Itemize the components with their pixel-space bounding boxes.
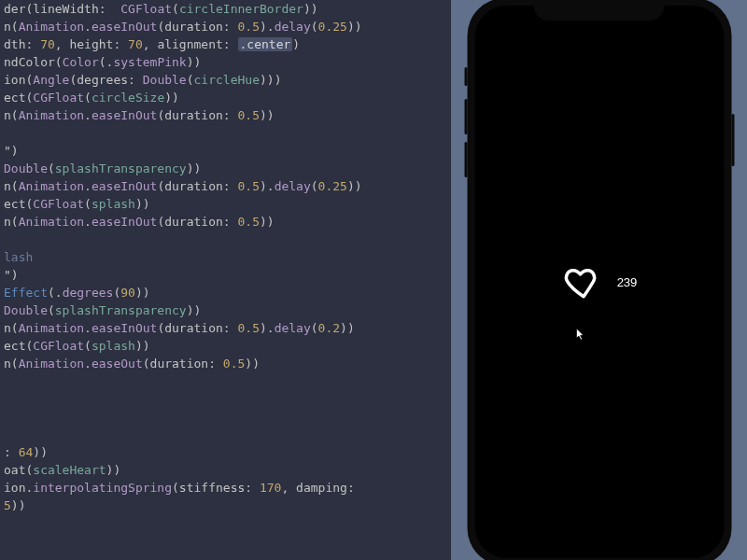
- code-token: .: [84, 179, 92, 193]
- code-line[interactable]: Double(splashTransparency)): [0, 301, 451, 319]
- code-token: )): [106, 463, 121, 477]
- code-line[interactable]: ion.interpolatingSpring(stiffness: 170, …: [0, 479, 451, 497]
- code-token: Double: [143, 73, 187, 87]
- code-token: 0.2: [318, 321, 340, 335]
- code-token: alignment: [157, 37, 222, 51]
- code-line[interactable]: Effect(.degrees(90)): [0, 284, 451, 301]
- code-token: CGFloat: [33, 197, 84, 211]
- code-token: ,: [281, 481, 296, 495]
- code-line[interactable]: "): [0, 266, 451, 284]
- code-line[interactable]: lash: [0, 248, 451, 266]
- code-token: delay: [275, 179, 311, 193]
- code-token: Angle: [33, 73, 69, 87]
- code-token: Animation: [19, 179, 84, 193]
- code-token: degrees: [77, 73, 128, 87]
- code-line[interactable]: oat(scaleHeart)): [0, 461, 451, 479]
- code-line[interactable]: n(Animation.easeInOut(duration: 0.5)): [0, 106, 451, 124]
- code-token: ,: [143, 37, 158, 51]
- code-token: (: [311, 20, 318, 34]
- code-token: )): [135, 286, 150, 300]
- code-token: splashTransparency: [55, 161, 187, 175]
- code-token: scaleHeart: [33, 463, 106, 477]
- like-count-label: 239: [617, 275, 638, 289]
- code-token: Animation: [19, 215, 84, 229]
- workspace: der(lineWidth: CGFloat(circleInnerBorder…: [0, 0, 747, 560]
- code-line[interactable]: der(lineWidth: CGFloat(circleInnerBorder…: [0, 0, 451, 18]
- code-line[interactable]: dth: 70, height: 70, alignment: .center): [0, 35, 451, 53]
- code-token: :: [223, 37, 238, 51]
- code-token: duration: [164, 108, 223, 122]
- code-token: easeInOut: [92, 215, 157, 229]
- iphone-device-frame: 239: [467, 0, 731, 560]
- code-line[interactable]: ndColor(Color(.systemPink)): [0, 53, 451, 71]
- code-token: 70: [128, 37, 143, 51]
- code-token: )): [135, 339, 150, 353]
- code-token: )): [347, 179, 362, 193]
- code-token: stiffness: [179, 481, 245, 495]
- code-token: ,: [55, 37, 70, 51]
- code-token: "): [4, 268, 19, 282]
- code-token: ion: [4, 481, 25, 495]
- code-line[interactable]: [0, 426, 451, 443]
- code-token: duration: [164, 20, 223, 34]
- code-line[interactable]: ect(CGFloat(splash)): [0, 337, 451, 355]
- code-token: dth: [4, 37, 25, 51]
- phone-screen[interactable]: 239: [474, 6, 724, 558]
- code-token: (: [55, 55, 63, 69]
- code-line[interactable]: [0, 124, 451, 142]
- code-line[interactable]: n(Animation.easeInOut(duration: 0.5)): [0, 213, 451, 231]
- code-line[interactable]: [0, 390, 451, 408]
- code-token: 90: [120, 286, 135, 300]
- code-token: delay: [275, 20, 311, 34]
- code-token: Double: [4, 161, 48, 175]
- code-token: degrees: [63, 286, 114, 300]
- code-token: CGFloat: [33, 91, 84, 105]
- code-token: (: [311, 321, 318, 335]
- code-line[interactable]: ect(CGFloat(splash)): [0, 195, 451, 213]
- code-token: Animation: [19, 357, 84, 371]
- code-line[interactable]: [0, 231, 451, 248]
- code-token: ).: [260, 179, 275, 193]
- code-line[interactable]: [0, 372, 451, 390]
- heart-icon[interactable]: [561, 262, 600, 301]
- preview-pane: 239: [451, 0, 747, 560]
- code-line[interactable]: 5)): [0, 497, 451, 514]
- code-line[interactable]: ion(Angle(degrees: Double(circleHue))): [0, 71, 451, 89]
- code-line[interactable]: [0, 408, 451, 426]
- code-token: (: [172, 2, 179, 16]
- code-line[interactable]: "): [0, 142, 451, 160]
- code-token: easeOut: [92, 357, 143, 371]
- code-token: easeInOut: [92, 179, 157, 193]
- code-line[interactable]: n(Animation.easeInOut(duration: 0.5).del…: [0, 177, 451, 195]
- code-token: :: [208, 357, 223, 371]
- code-token: )): [260, 108, 275, 122]
- code-token: .: [84, 321, 92, 335]
- code-token: )): [260, 215, 275, 229]
- code-token: Animation: [19, 20, 84, 34]
- code-token: Double: [4, 303, 48, 317]
- code-token: (: [11, 215, 19, 229]
- code-line[interactable]: ect(CGFloat(circleSize)): [0, 89, 451, 106]
- code-token: (: [11, 108, 19, 122]
- code-line[interactable]: n(Animation.easeInOut(duration: 0.5).del…: [0, 319, 451, 337]
- code-line[interactable]: : 64)): [0, 443, 451, 461]
- code-token: )): [187, 55, 202, 69]
- code-token: (: [11, 357, 19, 371]
- like-control[interactable]: 239: [561, 262, 638, 301]
- code-token: (: [311, 179, 318, 193]
- code-token: oat: [4, 463, 25, 477]
- code-token: delay: [275, 321, 311, 335]
- code-block[interactable]: der(lineWidth: CGFloat(circleInnerBorder…: [0, 0, 451, 514]
- code-token: :: [223, 108, 238, 122]
- code-editor-pane[interactable]: der(lineWidth: CGFloat(circleInnerBorder…: [0, 0, 451, 560]
- code-line[interactable]: Double(splashTransparency)): [0, 160, 451, 177]
- code-line[interactable]: n(Animation.easeOut(duration: 0.5)): [0, 355, 451, 372]
- code-token: :: [245, 481, 260, 495]
- code-token: (: [11, 179, 19, 193]
- code-line[interactable]: n(Animation.easeInOut(duration: 0.5).del…: [0, 18, 451, 35]
- phone-volume-up-button: [464, 99, 467, 134]
- code-token: circleHue: [194, 73, 260, 87]
- code-token: ion: [4, 73, 25, 87]
- code-token: ect: [4, 91, 25, 105]
- code-token: .: [84, 20, 92, 34]
